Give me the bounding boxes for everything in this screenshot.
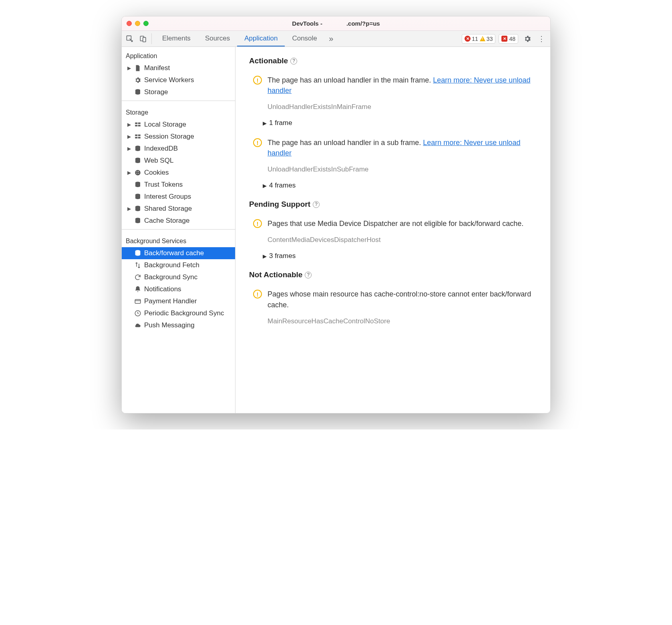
issues-count: 48 <box>509 36 515 42</box>
issue-code: ContentMediaDevicesDispatcherHost <box>268 236 539 244</box>
frames-toggle[interactable]: ▶1 frame <box>263 119 539 127</box>
cloud-icon <box>134 321 142 329</box>
titlebar: DevTools -.com/?p=us <box>122 16 550 31</box>
sidebar-item-label: Web SQL <box>144 157 173 165</box>
db-icon <box>134 157 142 165</box>
warning-circle-icon: ! <box>253 138 262 147</box>
separator <box>151 33 152 44</box>
expand-arrow-icon: ▶ <box>263 253 267 259</box>
sidebar-item-label: Background Sync <box>144 273 197 281</box>
db-icon <box>134 249 142 257</box>
sidebar-item-shared-storage[interactable]: ▶Shared Storage <box>122 203 235 215</box>
close-window-button[interactable] <box>127 21 132 26</box>
expand-arrow-icon: ▶ <box>263 183 267 189</box>
gear-icon <box>134 76 142 84</box>
frames-count: 4 frames <box>269 181 296 190</box>
issue-body: The page has an unload handler in the ma… <box>268 75 539 114</box>
expand-arrow-icon[interactable]: ▶ <box>127 206 131 212</box>
svg-rect-4 <box>135 123 137 124</box>
warning-circle-icon: ! <box>253 219 262 228</box>
sidebar-item-background-fetch[interactable]: Background Fetch <box>122 259 235 271</box>
sidebar-item-trust-tokens[interactable]: Trust Tokens <box>122 179 235 191</box>
maximize-window-button[interactable] <box>143 21 149 26</box>
tab-console[interactable]: Console <box>285 31 324 46</box>
right-controls: ✕11 33 ✕48 ⋮ <box>462 31 549 46</box>
help-icon[interactable]: ? <box>305 272 312 278</box>
cookie-icon <box>134 169 142 177</box>
issues-badge[interactable]: ✕48 <box>499 34 518 44</box>
svg-rect-9 <box>138 135 141 136</box>
tab-elements[interactable]: Elements <box>155 31 198 46</box>
issue-code: UnloadHandlerExistsInMainFrame <box>268 103 539 111</box>
group-title: Actionable? <box>249 56 539 65</box>
svg-rect-10 <box>135 137 137 139</box>
learn-more-link[interactable]: Learn more: Never use unload handler <box>268 76 530 95</box>
sidebar-item-label: Session Storage <box>144 133 194 141</box>
sidebar-item-label: IndexedDB <box>144 145 178 153</box>
sidebar-item-cookies[interactable]: ▶Cookies <box>122 167 235 179</box>
issue-message: Pages whose main resource has cache-cont… <box>268 289 539 310</box>
minimize-window-button[interactable] <box>135 21 140 26</box>
sidebar-item-periodic-background-sync[interactable]: Periodic Background Sync <box>122 307 235 319</box>
expand-arrow-icon[interactable]: ▶ <box>127 122 131 127</box>
more-options-icon[interactable]: ⋮ <box>537 34 546 43</box>
issue-body: The page has an unload handler in a sub … <box>268 137 539 177</box>
sidebar-item-service-workers[interactable]: Service Workers <box>122 74 235 86</box>
db-icon <box>134 205 142 213</box>
sidebar-item-label: Trust Tokens <box>144 181 183 189</box>
sidebar-item-storage[interactable]: Storage <box>122 86 235 98</box>
device-toolbar-icon[interactable] <box>136 31 150 46</box>
devtools-window: DevTools -.com/?p=us ElementsSourcesAppl… <box>121 16 551 413</box>
more-tabs-button[interactable]: » <box>324 31 338 46</box>
expand-arrow-icon[interactable]: ▶ <box>127 170 131 175</box>
sidebar-item-manifest[interactable]: ▶Manifest <box>122 62 235 74</box>
sidebar-item-push-messaging[interactable]: Push Messaging <box>122 319 235 331</box>
console-status-badge[interactable]: ✕11 33 <box>462 34 495 44</box>
expand-arrow-icon[interactable]: ▶ <box>127 65 131 71</box>
file-icon <box>134 64 142 72</box>
section-background-services: Background Services <box>122 232 235 247</box>
tab-application[interactable]: Application <box>237 31 285 46</box>
db-icon <box>134 88 142 96</box>
db-icon <box>134 217 142 225</box>
frames-toggle[interactable]: ▶4 frames <box>263 181 539 190</box>
sidebar-item-label: Periodic Background Sync <box>144 309 224 317</box>
frames-count: 1 frame <box>269 119 292 127</box>
expand-arrow-icon[interactable]: ▶ <box>127 146 131 151</box>
grid-icon <box>134 133 142 141</box>
svg-point-18 <box>138 173 139 174</box>
sidebar-item-label: Storage <box>144 88 168 96</box>
clock-icon <box>134 309 142 317</box>
window-title: DevTools -.com/?p=us <box>122 20 550 27</box>
sync-icon <box>134 273 142 281</box>
sidebar-item-payment-handler[interactable]: Payment Handler <box>122 295 235 307</box>
frames-toggle[interactable]: ▶3 frames <box>263 252 539 260</box>
issue-code: UnloadHandlerExistsInSubFrame <box>268 165 539 173</box>
expand-arrow-icon[interactable]: ▶ <box>127 134 131 139</box>
settings-gear-icon[interactable] <box>521 35 533 43</box>
learn-more-link[interactable]: Learn more: Never use unload handler <box>268 139 520 157</box>
sidebar-item-interest-groups[interactable]: Interest Groups <box>122 191 235 203</box>
help-icon[interactable]: ? <box>290 58 297 65</box>
sidebar-item-label: Shared Storage <box>144 205 192 213</box>
group-title: Pending Support? <box>249 200 539 209</box>
traffic-lights <box>127 21 149 26</box>
issue-row: !Pages that use Media Device Dispatcher … <box>253 218 539 247</box>
title-right: .com/?p=us <box>346 20 380 27</box>
group-title-text: Not Actionable <box>249 270 302 279</box>
tab-sources[interactable]: Sources <box>198 31 237 46</box>
sidebar-item-back-forward-cache[interactable]: Back/forward cache <box>122 247 235 259</box>
svg-rect-8 <box>135 135 137 136</box>
sidebar-item-label: Cache Storage <box>144 217 189 225</box>
sidebar-item-cache-storage[interactable]: Cache Storage <box>122 215 235 227</box>
sidebar-item-web-sql[interactable]: Web SQL <box>122 155 235 167</box>
sidebar-item-background-sync[interactable]: Background Sync <box>122 271 235 283</box>
sidebar-item-session-storage[interactable]: ▶Session Storage <box>122 131 235 143</box>
sidebar-item-local-storage[interactable]: ▶Local Storage <box>122 119 235 131</box>
sidebar-item-notifications[interactable]: Notifications <box>122 283 235 295</box>
sidebar-item-indexeddb[interactable]: ▶IndexedDB <box>122 143 235 155</box>
sidebar-item-label: Manifest <box>144 64 170 72</box>
inspect-element-icon[interactable] <box>123 31 136 46</box>
help-icon[interactable]: ? <box>313 201 320 208</box>
issue-message: Pages that use Media Device Dispatcher a… <box>268 218 539 229</box>
